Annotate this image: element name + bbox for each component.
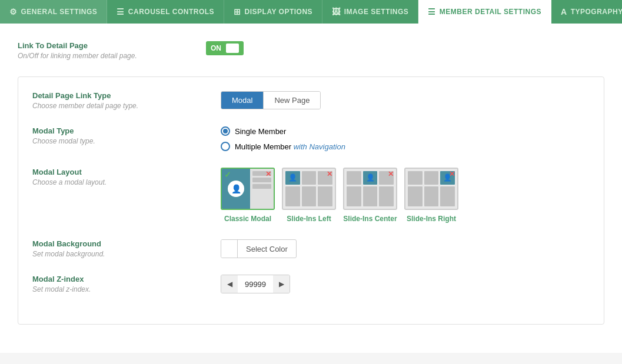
- modal-bg-label-col: Modal Background Set modal background.: [32, 239, 221, 258]
- close-x-icon: ✕: [265, 170, 271, 178]
- settings-content: Link To Detail Page On/Off for linking m…: [0, 24, 622, 353]
- tab-image[interactable]: 🖼 IMAGE SETTINGS: [322, 0, 418, 24]
- color-swatch: [221, 240, 238, 258]
- classic-main-panel: 👤: [222, 169, 250, 209]
- modal-type-desc: Choose modal type.: [32, 137, 221, 145]
- modal-bg-desc: Set modal background.: [32, 250, 221, 258]
- modal-zindex-row: Modal Z-index Set modal z-index. ◀ ▶: [32, 275, 590, 293]
- link-to-detail-desc: On/Off for linking member detail page.: [18, 52, 206, 60]
- color-picker-btn[interactable]: Select Color: [221, 239, 297, 258]
- tab-member[interactable]: ☰ MEMBER DETAIL SETTINGS: [418, 0, 551, 24]
- link-to-detail-control: ON: [206, 41, 604, 55]
- radio-multiple-circle: [221, 142, 230, 151]
- color-btn-label: Select Color: [238, 241, 296, 257]
- detail-link-type-row: Detail Page Link Type Choose member deta…: [32, 91, 590, 110]
- member-icon: ☰: [428, 7, 436, 16]
- modal-bg-label: Modal Background: [32, 239, 221, 248]
- typography-icon: A: [561, 7, 567, 16]
- close-x-icon-4: ✕: [449, 170, 455, 178]
- slide-right-label: Slide-Ins Right: [407, 215, 456, 223]
- tab-typography[interactable]: A TYPOGRAPHY: [551, 0, 622, 24]
- modal-layout-label-col: Modal Layout Choose a modal layout.: [32, 168, 221, 186]
- modal-type-control: Single Member Multiple Member with Navig…: [221, 126, 590, 151]
- modal-bg-control: Select Color: [221, 239, 590, 258]
- modal-layout-options: 👤 ✕ Classic Modal: [221, 168, 458, 223]
- slide-center-thumb-box: 👤 ✕: [343, 168, 397, 210]
- layout-classic[interactable]: 👤 ✕ Classic Modal: [221, 168, 275, 223]
- zindex-stepper: ◀ ▶: [221, 275, 290, 293]
- tab-general[interactable]: ⚙ GENERAL SETTINGS: [0, 0, 107, 24]
- tab-display[interactable]: ⊞ DISPLAY OPTIONS: [224, 0, 322, 24]
- slide-center-label: Slide-Ins Center: [343, 215, 397, 223]
- detail-section-box: Detail Page Link Type Choose member deta…: [18, 76, 604, 325]
- person-icon: 👤: [228, 181, 244, 197]
- close-x-icon-3: ✕: [388, 170, 394, 178]
- modal-background-row: Modal Background Set modal background. S…: [32, 239, 590, 258]
- slide-right-thumb-box: 👤 ✕: [404, 168, 458, 210]
- radio-multiple-label: Multiple Member with Navigation: [235, 142, 345, 151]
- radio-single-label: Single Member: [235, 127, 286, 136]
- modal-zindex-desc: Set modal z-index.: [32, 285, 221, 293]
- modal-layout-label: Modal Layout: [32, 168, 221, 176]
- link-to-detail-row: Link To Detail Page On/Off for linking m…: [18, 41, 604, 60]
- detail-link-type-label-col: Detail Page Link Type Choose member deta…: [32, 91, 221, 110]
- slide-left-thumb-box: 👤 ✕: [282, 168, 336, 210]
- layout-slide-center[interactable]: 👤 ✕ Slide-Ins Cent: [343, 168, 397, 223]
- modal-type-label-col: Modal Type Choose modal type.: [32, 126, 221, 145]
- layout-slide-right[interactable]: 👤 ✕ Slide-Ins Right: [404, 168, 458, 223]
- modal-btn[interactable]: Modal: [221, 92, 264, 109]
- link-to-detail-label: Link To Detail Page: [18, 41, 206, 50]
- radio-single-member[interactable]: Single Member: [221, 126, 345, 136]
- stepper-decrement[interactable]: ◀: [221, 275, 238, 293]
- radio-single-circle: [221, 126, 230, 136]
- layout-slide-left[interactable]: 👤 ✕: [282, 168, 336, 223]
- modal-type-radio-group: Single Member Multiple Member with Navig…: [221, 126, 345, 151]
- gear-icon: ⚙: [9, 7, 18, 16]
- modal-type-label: Modal Type: [32, 126, 221, 135]
- zindex-input[interactable]: [238, 275, 273, 293]
- classic-thumb-box: 👤 ✕: [221, 168, 275, 210]
- link-detail-toggle[interactable]: ON: [206, 41, 244, 55]
- modal-zindex-label: Modal Z-index: [32, 275, 221, 283]
- tab-carousel[interactable]: ☰ CAROUSEL CONTROLS: [107, 0, 224, 24]
- modal-zindex-control: ◀ ▶: [221, 275, 590, 293]
- image-icon: 🖼: [332, 7, 341, 16]
- modal-layout-control: 👤 ✕ Classic Modal: [221, 168, 590, 223]
- slide-featured-center: 👤: [363, 171, 378, 185]
- toggle-handle: [226, 44, 239, 53]
- classic-label: Classic Modal: [224, 215, 271, 223]
- tab-bar: ⚙ GENERAL SETTINGS ☰ CAROUSEL CONTROLS ⊞…: [0, 0, 622, 24]
- link-to-detail-label-col: Link To Detail Page On/Off for linking m…: [18, 41, 206, 60]
- link-type-btn-group: Modal New Page: [221, 91, 321, 109]
- carousel-icon: ☰: [117, 7, 125, 16]
- modal-type-row: Modal Type Choose modal type. Single Mem…: [32, 126, 590, 151]
- grid-icon: ⊞: [234, 7, 241, 16]
- stepper-increment[interactable]: ▶: [273, 275, 290, 293]
- new-page-btn[interactable]: New Page: [264, 92, 320, 109]
- detail-link-type-control: Modal New Page: [221, 91, 590, 109]
- detail-link-type-desc: Choose member detail page type.: [32, 102, 221, 110]
- modal-zindex-label-col: Modal Z-index Set modal z-index.: [32, 275, 221, 293]
- modal-layout-row: Modal Layout Choose a modal layout. 👤: [32, 168, 590, 223]
- slide-left-label: Slide-Ins Left: [287, 215, 331, 223]
- slide-featured-left: 👤: [285, 171, 300, 185]
- close-x-icon-2: ✕: [327, 170, 332, 178]
- modal-layout-desc: Choose a modal layout.: [32, 178, 221, 186]
- radio-multiple-member[interactable]: Multiple Member with Navigation: [221, 142, 345, 151]
- detail-link-type-label: Detail Page Link Type: [32, 91, 221, 100]
